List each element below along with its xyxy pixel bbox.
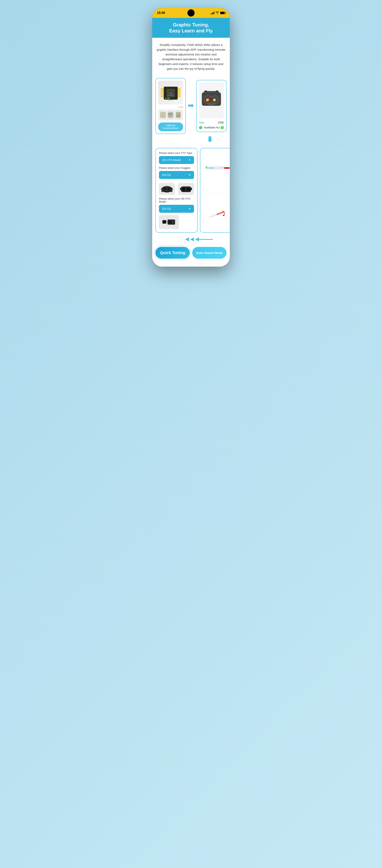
svg-rect-43 [210,100,212,101]
fc-image: F405 WING MINI SpeedyBee [158,81,183,104]
thumbnail-2[interactable] [167,111,174,119]
svg-rect-11 [178,95,181,96]
svg-rect-22 [161,114,163,115]
fc-box: F405 WING MINI SpeedyBee Level [155,78,186,134]
status-icons [211,11,225,15]
goggle-images [159,181,194,197]
svg-point-16 [165,98,166,99]
remote-visual: SpeedyBee [199,83,224,119]
svg-text:SpeedyBee: SpeedyBee [168,100,173,101]
thumbnail-row [158,110,183,121]
vtx-type-value: HD VTX Model [162,158,181,162]
thumbnail-1[interactable] [160,111,166,119]
signal-bars-icon [211,11,214,14]
svg-point-60 [182,188,185,191]
header: Graphic Tuning,Easy Learn and Fly [152,18,230,38]
goggles-dropdown[interactable]: DJI G2 ▼ [159,171,194,179]
bottom-section: Quick Tuning Enter Expert Mode [152,242,230,267]
description-text: Simplify Complexity: F405 WING MINI util… [156,42,226,71]
yaw-status-text: YawMiddle Pos [204,126,220,129]
svg-rect-63 [190,188,192,190]
down-arrow-1 [155,136,227,142]
goggles-value: DJI G2 [162,173,171,177]
svg-rect-28 [177,114,179,115]
svg-rect-10 [178,93,181,94]
svg-point-51 [167,187,171,191]
svg-rect-91 [199,239,213,240]
svg-rect-52 [161,190,164,192]
camera-notch [187,9,195,17]
description-section: Simplify Complexity: F405 WING MINI util… [152,38,230,76]
svg-point-37 [206,99,209,101]
vtx-type-label: Please select your VTX Type [159,152,194,154]
svg-point-75 [214,167,219,169]
yaw-bar-container: YawMiddle Pos ✓ [199,126,224,129]
svg-rect-32 [206,91,217,93]
svg-rect-53 [170,190,173,192]
dropdown-arrow-icon: ▼ [188,159,191,161]
svg-point-41 [213,99,215,101]
svg-rect-1 [161,88,164,89]
yaw-value: 1500 [218,121,224,124]
thumbnail-3[interactable] [175,111,181,119]
header-title: Graphic Tuning,Easy Learn and Fly [157,22,225,34]
vtx-config-box: Please select your VTX Type HD VTX Model… [155,148,198,232]
svg-rect-20 [160,113,165,117]
triple-left-arrow-icon [185,237,213,242]
goggle-1-icon [161,185,173,193]
svg-point-18 [168,98,170,99]
right-arrow-icon [188,103,194,109]
svg-point-17 [167,98,168,99]
svg-rect-71 [172,220,174,222]
svg-rect-7 [178,88,181,89]
plane-box [200,148,230,232]
remote-box: SpeedyBee Yaw 1500 YawM [196,80,227,132]
svg-rect-3 [161,91,164,92]
hd-vtx-model-value: DJI O3 [162,207,171,210]
svg-rect-54 [161,188,162,190]
svg-rect-24 [169,113,172,114]
wifi-icon [215,11,219,15]
yaw-label: Yaw [199,121,204,124]
hd-vtx-model-dropdown[interactable]: DJI O3 ▼ [159,205,194,213]
hd-vtx-model-label: Please select your HD VTX Model [159,197,194,203]
vtx-type-dropdown[interactable]: HD VTX Model ▼ [159,156,194,164]
svg-text:WING MINI: WING MINI [168,95,174,96]
expert-mode-button[interactable]: Enter Expert Mode [192,247,227,259]
calibrate-accelerometer-button[interactable]: Calibrate Accelerometer [158,122,183,131]
svg-marker-90 [185,237,189,241]
quick-tuning-button[interactable]: Quick Tuning [155,247,190,259]
remote-controller-icon: SpeedyBee [199,90,224,112]
svg-point-81 [220,167,224,168]
svg-marker-47 [207,136,212,142]
down-arrow-icon [207,136,212,142]
svg-rect-21 [161,113,163,114]
goggles-label: Please select your Goggles [159,166,194,169]
level-label: Level [158,106,183,108]
svg-point-61 [187,188,189,191]
phone-frame: 15:00 Graphic Tuning,E [152,8,230,267]
svg-rect-62 [180,188,182,190]
fc-chip-icon: F405 WING MINI SpeedyBee [160,83,182,102]
buttons-row: Quick Tuning Enter Expert Mode [155,247,227,259]
svg-rect-2 [161,90,164,91]
svg-rect-4 [161,93,164,94]
diagram-section: F405 WING MINI SpeedyBee Level [152,76,230,148]
plane-visual-2 [203,205,230,224]
vtx-model-image [159,215,179,229]
diagram-top-row: F405 WING MINI SpeedyBee Level [155,78,227,134]
check-circle-icon: ✓ [221,126,224,129]
yaw-bar [199,126,202,129]
goggle-image-2 [178,183,194,195]
goggle-image-1 [159,183,175,195]
status-time: 15:00 [157,11,165,15]
plane-1-icon [203,160,230,176]
svg-rect-25 [169,114,171,115]
vtx-model-dropdown-arrow-icon: ▼ [188,207,191,210]
svg-rect-5 [161,95,164,96]
svg-rect-8 [178,90,181,91]
large-diagram-row: Please select your VTX Type HD VTX Model… [155,148,227,232]
plane-2-icon [204,208,230,221]
svg-rect-70 [169,220,171,224]
status-bar: 15:00 [152,8,230,18]
